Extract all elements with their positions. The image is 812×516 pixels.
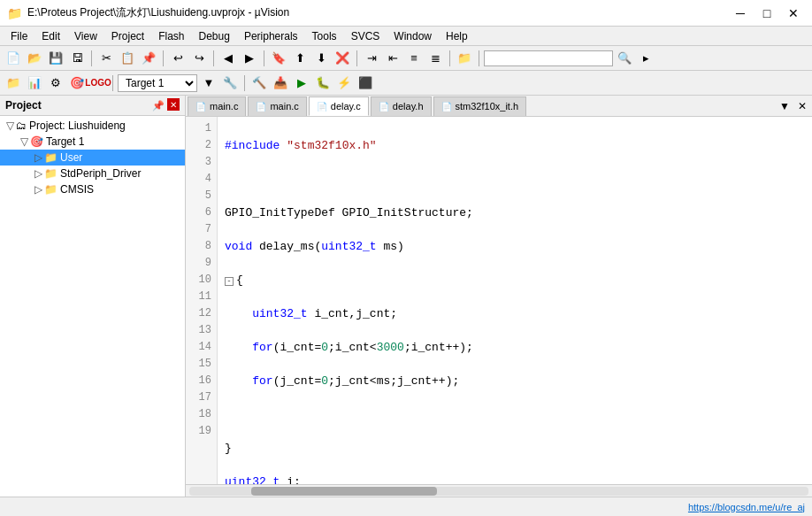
more-btn[interactable]: ▸ <box>636 49 655 68</box>
prev-bm-btn[interactable]: ⬆ <box>290 49 310 68</box>
menu-window[interactable]: Window <box>387 28 439 44</box>
tab-4-label: stm32f10x_it.h <box>456 101 519 112</box>
new-file-btn[interactable]: 📄 <box>4 49 23 68</box>
target-label: Target 1 <box>46 135 84 148</box>
clear-bm-btn[interactable]: ❌ <box>333 49 352 68</box>
save-all-btn[interactable]: 🖫 <box>67 49 87 68</box>
target-select[interactable]: Target 1 <box>118 74 197 92</box>
menu-project[interactable]: Project <box>104 28 151 44</box>
options-btn[interactable]: ⚙ <box>46 73 65 93</box>
target-icon: 🎯 <box>30 135 43 148</box>
next-bm-btn[interactable]: ⬇ <box>311 49 331 68</box>
find-btn[interactable]: 🔍 <box>615 49 634 68</box>
tab-0[interactable]: 📄 main.c <box>188 96 246 116</box>
title-bar: 📁 E:\Proteus Project\流水灯\Liushuideng.uvp… <box>0 0 812 27</box>
tree-cmsis[interactable]: ▷ 📁 CMSIS <box>0 181 185 197</box>
project-pin-btn[interactable]: 📌 <box>151 98 165 112</box>
user-label: User <box>60 151 82 164</box>
menu-debug[interactable]: Debug <box>192 28 237 44</box>
load-btn[interactable]: 📥 <box>271 73 290 93</box>
stop-btn[interactable]: ⬛ <box>356 73 375 93</box>
cmsis-label: CMSIS <box>60 183 94 196</box>
target-expand-icon[interactable]: ▽ <box>18 135 30 148</box>
tree-target[interactable]: ▽ 🎯 Target 1 <box>0 134 185 150</box>
menu-peripherals[interactable]: Peripherals <box>237 28 305 44</box>
tree-user[interactable]: ▷ 📁 User <box>0 150 185 166</box>
tree-stdperiph[interactable]: ▷ 📁 StdPeriph_Driver <box>0 166 185 181</box>
sep9 <box>244 75 245 91</box>
nav-fwd-btn[interactable]: ▶ <box>240 49 259 68</box>
maximize-button[interactable]: □ <box>755 4 778 22</box>
tab-2[interactable]: 📄 delay.c <box>309 96 369 116</box>
code-editor[interactable]: 1 2 3 4 5 6 7 8 9 10 11 12 13 14 15 16 1… <box>186 117 812 484</box>
std-expand-icon[interactable]: ▷ <box>32 167 44 180</box>
indent-btn[interactable]: ⇥ <box>362 49 381 68</box>
build-btn[interactable]: 🔨 <box>249 73 269 93</box>
tab-bar: 📄 main.c 📄 main.c 📄 delay.c 📄 delay.h 📄 … <box>186 96 812 117</box>
tab-menu-btn[interactable]: ▼ <box>777 98 793 114</box>
save-btn[interactable]: 💾 <box>46 49 65 68</box>
tab-close-btn[interactable]: ✕ <box>794 98 810 114</box>
logo-btn[interactable]: LOGO <box>88 73 108 93</box>
search-field[interactable] <box>484 50 613 66</box>
project-root-label: Project: Liushuideng <box>29 119 126 132</box>
undo-btn[interactable]: ↩ <box>168 49 188 68</box>
reg-btn[interactable]: 📊 <box>25 73 44 93</box>
tab-4[interactable]: 📄 stm32f10x_it.h <box>433 96 527 116</box>
tab-1-icon: 📄 <box>256 102 266 112</box>
menu-file[interactable]: File <box>4 28 34 44</box>
open-file-btn[interactable]: 📁 <box>455 49 474 68</box>
code-line-9 <box>225 406 805 423</box>
copy-btn[interactable]: 📋 <box>118 49 137 68</box>
code-content[interactable]: #include "stm32f10x.h" GPIO_InitTypeDef … <box>218 117 812 484</box>
menu-view[interactable]: View <box>67 28 104 44</box>
unindent-btn[interactable]: ⇤ <box>383 49 402 68</box>
tab-1[interactable]: 📄 main.c <box>248 96 306 116</box>
menu-help[interactable]: Help <box>439 28 475 44</box>
debug2-btn[interactable]: 🐛 <box>313 73 333 93</box>
bookmark-btn[interactable]: 🔖 <box>269 49 288 68</box>
tab-3[interactable]: 📄 delay.h <box>371 96 432 116</box>
menu-svcs[interactable]: SVCS <box>344 28 387 44</box>
cut-btn[interactable]: ✂ <box>96 49 116 68</box>
close-button[interactable]: ✕ <box>782 4 805 22</box>
menu-edit[interactable]: Edit <box>34 28 67 44</box>
tab-bar-controls: ▼ ✕ <box>777 98 810 114</box>
root-expand-icon[interactable]: ▽ <box>4 119 16 132</box>
tab-0-label: main.c <box>210 101 238 112</box>
debug-start-btn[interactable]: ▶ <box>292 73 311 93</box>
project-header: Project 📌 ✕ <box>0 96 185 116</box>
format-btn[interactable]: ≡ <box>404 49 424 68</box>
project-panel-btn[interactable]: 📁 <box>4 73 23 93</box>
user-expand-icon[interactable]: ▷ <box>32 151 44 164</box>
redo-btn[interactable]: ↪ <box>189 49 209 68</box>
main-layout: Project 📌 ✕ ▽ 🗂 Project: Liushuideng ▽ 🎯… <box>0 96 812 497</box>
cmsis-expand-icon[interactable]: ▷ <box>32 183 44 196</box>
tab-3-icon: 📄 <box>379 102 389 112</box>
format2-btn[interactable]: ≣ <box>425 49 445 68</box>
project-close-btn[interactable]: ✕ <box>167 98 180 111</box>
minimize-button[interactable]: ─ <box>729 4 752 22</box>
power-btn[interactable]: ⚡ <box>334 73 354 93</box>
target-dropdown-btn[interactable]: ▼ <box>199 73 218 93</box>
paste-btn[interactable]: 📌 <box>139 49 158 68</box>
open-btn[interactable]: 📂 <box>25 49 44 68</box>
scroll-track[interactable] <box>189 487 808 496</box>
project-panel: Project 📌 ✕ ▽ 🗂 Project: Liushuideng ▽ 🎯… <box>0 96 186 497</box>
menu-flash[interactable]: Flash <box>151 28 191 44</box>
code-line-4: void delay_ms(uint32_t ms) <box>225 238 805 255</box>
std-folder-icon: 📁 <box>44 167 57 180</box>
scroll-thumb[interactable] <box>251 487 437 496</box>
scrollbar-x[interactable] <box>186 484 812 497</box>
collapse-5[interactable]: - <box>225 277 234 286</box>
tree-root[interactable]: ▽ 🗂 Project: Liushuideng <box>0 118 185 134</box>
manage-btn[interactable]: 🔧 <box>220 73 240 93</box>
nav-back-btn[interactable]: ◀ <box>218 49 238 68</box>
status-link[interactable]: https://blogcsdn.me/u/re_aj <box>688 502 805 512</box>
window-controls: ─ □ ✕ <box>729 4 805 22</box>
sep4 <box>264 50 264 66</box>
target-opts-btn[interactable]: 🎯 <box>67 73 87 93</box>
menu-tools[interactable]: Tools <box>305 28 344 44</box>
toolbar-1: 📄 📂 💾 🖫 ✂ 📋 📌 ↩ ↪ ◀ ▶ 🔖 ⬆ ⬇ ❌ ⇥ ⇤ ≡ ≣ 📁 … <box>0 46 812 71</box>
toolbar-2: 📁 📊 ⚙ 🎯 LOGO Target 1 ▼ 🔧 🔨 📥 ▶ 🐛 ⚡ ⬛ <box>0 71 812 96</box>
